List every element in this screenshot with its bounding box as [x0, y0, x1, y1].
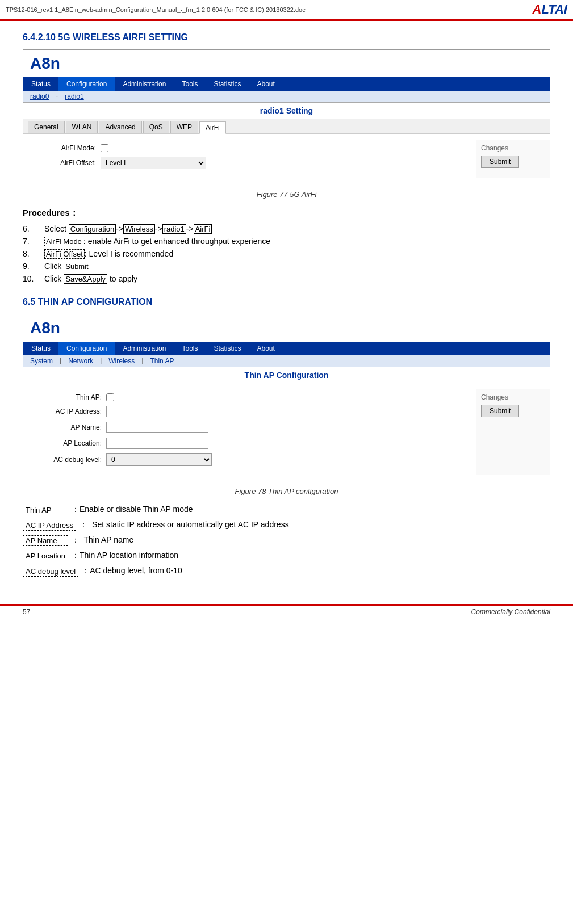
ui-thinap-changes-sidebar: Changes Submit [476, 389, 550, 475]
thinap-ap-location-row: AP Location: [32, 438, 467, 449]
thinap-nav-administration[interactable]: Administration [115, 342, 174, 355]
section-6-4-2-10-heading: 6.4.2.10 5G Wireless AirFi Setting [23, 32, 550, 43]
procedures-heading: Procedures： [23, 208, 550, 219]
airfi-offset-label: AirFi Offset: [32, 159, 101, 167]
ui-thinap-form-fields: Thin AP: AC IP Address: AP Name: AP Loca… [23, 389, 476, 475]
airfi-mode-checkbox[interactable] [101, 144, 108, 152]
thinap-nav-status[interactable]: Status [23, 342, 58, 355]
thinap-ac-ip-row: AC IP Address: [32, 406, 467, 417]
procedure-step-10: 10. Click Save&Apply to apply [23, 274, 550, 283]
ui-airfi-logo-bar: A8n [23, 50, 550, 77]
thinap-ac-debug-select[interactable]: 0 [106, 453, 212, 466]
radio-heading: radio1 Setting [23, 103, 550, 119]
desc-term-ap-name: AP Name [23, 535, 68, 546]
airfi-submit-button[interactable]: Submit [481, 156, 519, 168]
thinap-nav-configuration[interactable]: Configuration [58, 342, 115, 355]
figure-77-caption: Figure 77 5G AirFi [23, 190, 550, 199]
nav-about[interactable]: About [249, 77, 282, 91]
procedure-step-6: 6. Select Configuration->Wireless->radio… [23, 224, 550, 233]
ui-thinap-logo-bar: A8n [23, 314, 550, 342]
procedure-step-9: 9. Click Submit [23, 262, 550, 271]
section-6-5-heading: 6.5 Thin AP Configuration [23, 297, 550, 307]
desc-colon-ap-location: ：Thin AP location information [72, 551, 178, 561]
ui-airfi-box: A8n Status Configuration Administration … [23, 49, 550, 184]
thinap-ac-debug-row: AC debug level: 0 [32, 453, 467, 466]
sub-nav-radio0[interactable]: radio0 [28, 92, 51, 101]
procedure-list-6-4-2-10: 6. Select Configuration->Wireless->radio… [23, 224, 550, 283]
thinap-ap-name-row: AP Name: [32, 422, 467, 433]
desc-ap-location: AP Location ：Thin AP location informatio… [23, 551, 550, 561]
thinap-changes-label: Changes [481, 393, 545, 401]
desc-ap-name: AP Name ： Thin AP name [23, 535, 550, 546]
ui-thinap-nav: Status Configuration Administration Tool… [23, 342, 550, 355]
desc-colon-ac-ip: ： Set static IP address or automatically… [80, 520, 288, 530]
figure-78-caption: Figure 78 Thin AP configuration [23, 487, 550, 495]
doc-header: TPS12-016_rev1 1_A8Ein_web-admin_Configu… [0, 0, 573, 21]
procedure-step-7: 7. AirFi Mode: enable AirFi to get enhan… [23, 237, 550, 246]
tab-qos[interactable]: QoS [143, 121, 169, 133]
tab-advanced[interactable]: Advanced [99, 121, 141, 133]
procedure-step-8: 8. AirFi Offset: Level I is recommended [23, 249, 550, 258]
tab-general[interactable]: General [28, 121, 65, 133]
thinap-ap-location-input[interactable] [106, 438, 208, 449]
tab-wep[interactable]: WEP [170, 121, 198, 133]
ui-airfi-form-fields: AirFi Mode: AirFi Offset: Level I [23, 140, 476, 178]
desc-term-ac-debug: AC debug level [23, 566, 78, 577]
tab-wlan[interactable]: WLAN [66, 121, 98, 133]
thinap-ap-name-input[interactable] [106, 422, 208, 433]
desc-colon-thin-ap: ：Enable or disable Thin AP mode [72, 505, 193, 515]
ui-airfi-changes-sidebar: Changes Submit [476, 140, 550, 178]
airfi-offset-select[interactable]: Level I [101, 157, 206, 169]
airfi-offset-row: AirFi Offset: Level I [32, 157, 467, 169]
nav-configuration[interactable]: Configuration [58, 77, 115, 91]
airfi-mode-row: AirFi Mode: [32, 144, 467, 152]
thinap-thin-ap-checkbox[interactable] [106, 393, 114, 401]
nav-status[interactable]: Status [23, 77, 58, 91]
nav-tools[interactable]: Tools [174, 77, 206, 91]
thinap-ap-name-label: AP Name: [32, 423, 106, 431]
tab-airfi[interactable]: AirFi [199, 121, 226, 134]
thinap-sub-nav-wireless[interactable]: Wireless [106, 356, 137, 366]
airfi-changes-label: Changes [481, 144, 545, 152]
thinap-nav-tools[interactable]: Tools [174, 342, 206, 355]
thinap-ac-ip-label: AC IP Address: [32, 408, 106, 415]
airfi-mode-label: AirFi Mode: [32, 144, 101, 152]
ui-airfi-sub-nav: radio0 - radio1 [23, 91, 550, 103]
thinap-sub-nav-network[interactable]: Network [66, 356, 95, 366]
ref-configuration: Configuration [69, 224, 116, 234]
desc-colon-ap-name: ： Thin AP name [72, 535, 133, 545]
thinap-thin-ap-label: Thin AP: [32, 393, 106, 401]
thinap-sub-nav-system[interactable]: System [28, 356, 55, 366]
ui-thinap-sub-nav: System | Network | Wireless | Thin AP [23, 355, 550, 367]
desc-thin-ap: Thin AP ：Enable or disable Thin AP mode [23, 505, 550, 515]
desc-term-ap-location: AP Location [23, 551, 68, 561]
ui-thinap-box: A8n Status Configuration Administration … [23, 314, 550, 481]
footer-confidential: Commercially Confidential [471, 608, 550, 616]
sub-nav-radio1[interactable]: radio1 [62, 92, 86, 101]
thinap-thin-ap-row: Thin AP: [32, 393, 467, 401]
desc-ac-ip: AC IP Address ： Set static IP address or… [23, 520, 550, 531]
thinap-ap-location-label: AP Location: [32, 439, 106, 447]
desc-list: Thin AP ：Enable or disable Thin AP mode … [23, 505, 550, 577]
ref-wireless: Wireless [123, 224, 155, 234]
thinap-nav-statistics[interactable]: Statistics [206, 342, 249, 355]
thinap-submit-button[interactable]: Submit [481, 405, 519, 417]
thinap-nav-about[interactable]: About [249, 342, 282, 355]
ui-airfi-tab-bar: General WLAN Advanced QoS WEP AirFi [23, 119, 550, 134]
thinap-config-heading: Thin AP Configuration [23, 367, 550, 383]
ref-save-apply: Save&Apply [64, 274, 107, 284]
ui-thinap-form-area: Thin AP: AC IP Address: AP Name: AP Loca… [23, 383, 550, 481]
nav-statistics[interactable]: Statistics [206, 77, 249, 91]
doc-footer: 57 Commercially Confidential [0, 604, 573, 618]
ui-airfi-logo: A8n [30, 54, 60, 72]
footer-page: 57 [23, 608, 30, 616]
thinap-ac-ip-input[interactable] [106, 406, 208, 417]
ref-airfi-offset: AirFi Offset [44, 249, 85, 259]
desc-ac-debug: AC debug level ：AC debug level, from 0-1… [23, 566, 550, 577]
ref-airfi: AirFi [194, 224, 212, 234]
thinap-ac-debug-label: AC debug level: [32, 456, 106, 464]
thinap-sub-nav-thinap[interactable]: Thin AP [148, 356, 176, 366]
ref-airfi-mode: AirFi Mode [44, 237, 83, 246]
nav-administration[interactable]: Administration [115, 77, 174, 91]
desc-colon-ac-debug: ：AC debug level, from 0-10 [82, 566, 182, 576]
